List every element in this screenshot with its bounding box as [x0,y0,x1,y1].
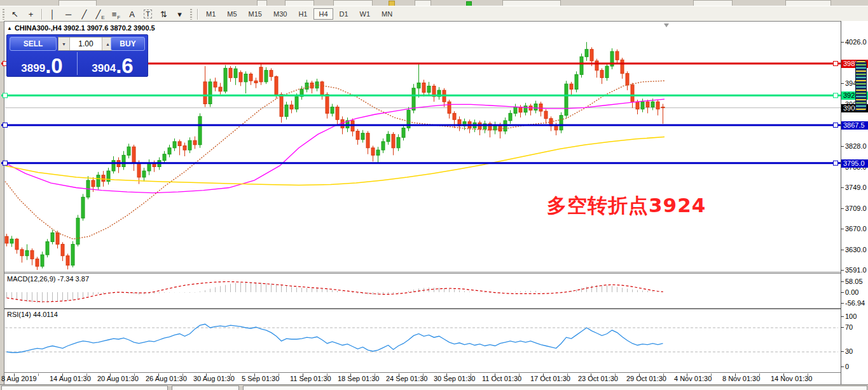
date-label: 30 Sep 01:30 [434,375,475,382]
hline-handle [834,62,838,66]
sell-price-big: .0 [45,57,63,74]
sell-button[interactable]: SELL [10,37,57,51]
axis-label: 3828.0 [845,142,867,150]
symbol-info-bar: ▲ CHINA300-,H4 3902.1 3907.6 3870.2 3900… [7,24,155,32]
rsi-indicator-label: RSI(14) 44.0114 [7,311,58,318]
rsi-pane-border [4,309,841,373]
date-label: 30 Aug 01:30 [193,375,235,382]
shift-marker-icon [664,24,669,27]
axis-label: 3591.0 [845,266,867,274]
date-label: 5 Sep 01:30 [242,375,279,382]
hline-handle [3,123,8,127]
date-label: 18 Sep 01:30 [338,375,379,382]
volume-input[interactable]: 1.00 [70,37,102,50]
date-label: 26 Aug 01:30 [146,375,187,382]
buy-price-int: 3904 [92,62,116,74]
date-label: 14 Aug 01:30 [50,375,91,382]
date-label: 14 Nov 01:30 [771,375,812,382]
axis-label: 100 [845,313,867,320]
axis-label: 3670.0 [845,225,867,232]
date-label: 8 Nov 01:30 [722,375,760,382]
axis-label: 4026.0 [845,38,867,46]
hline-handle [834,161,838,165]
rsi-line [7,324,663,353]
axis-label: 3709.0 [845,205,867,212]
date-label: 11 Sep 01:30 [290,375,331,382]
macd-indicator-label: MACD(12,26,9) -7.34 3.87 [7,275,89,283]
chart-scrollbar-thumb[interactable] [855,60,867,111]
date-label: 17 Oct 01:30 [530,375,570,382]
axis-label: 70 [845,323,867,331]
date-label: 24 Sep 01:30 [386,375,427,382]
axis-label: 3749.0 [845,184,867,191]
axis-label: -56.94 [845,299,867,307]
axis-label: 3630.0 [845,246,867,253]
price-badge-3867.5: 3867.5 [841,121,868,130]
hline-handle [834,93,838,98]
collapse-panel-icon[interactable]: ▲ [7,25,12,31]
buy-button[interactable]: BUY [111,37,145,51]
sell-price: 3899.0 [7,51,77,76]
macd-pane-border [4,274,841,309]
date-label: 11 Oct 01:30 [482,375,521,382]
axis-label: 58.05 [845,278,867,285]
volume-decrease-button[interactable]: ▼ [59,37,70,50]
date-label: 23 Oct 01:30 [578,375,618,382]
axis-label: 0 [845,363,867,370]
date-label: 20 Aug 01:30 [97,375,139,382]
macd-signal-line [7,282,663,302]
price-badge-3795.0: 3795.0 [841,159,868,168]
hline-handle [834,123,838,127]
buy-price: 3904.6 [78,51,148,76]
buy-price-big: .6 [116,57,134,74]
date-label: 29 Oct 01:30 [626,375,666,382]
volume-stepper: ▼ 1.00 ▲ [58,37,114,51]
sell-price-int: 3899 [21,62,45,74]
hline-handle [3,93,8,98]
axis-label: 0.00 [845,288,867,296]
hline-handle [3,161,8,165]
date-label: 4 Nov 01:30 [674,375,712,382]
axis-label: 30 [845,347,867,355]
date-label: 8 Aug 2019 [1,375,37,382]
symbol-ohlc-text: CHINA300-,H4 3902.1 3907.6 3870.2 3900.5 [15,24,155,32]
annotation-text: 多空转折点3924 [547,192,706,219]
one-click-trading-panel: SELL ▼ 1.00 ▲ BUY 3899.0 3904.6 [6,34,148,77]
